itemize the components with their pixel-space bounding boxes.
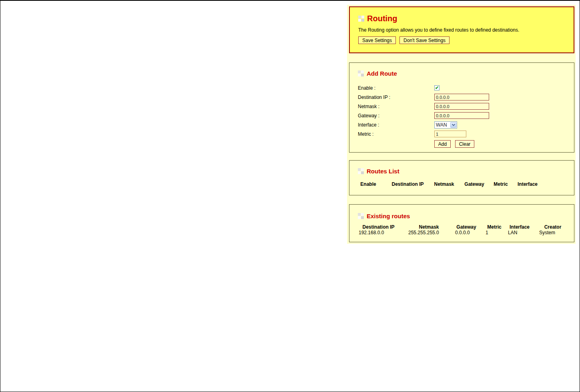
save-settings-button[interactable]: Save Settings [358,36,396,44]
routes-list-title: Routes List [367,168,399,175]
destination-ip-row: Destination IP : [349,92,574,102]
route-metric: 1 [482,230,506,235]
enable-label: Enable : [358,85,434,91]
dont-save-settings-button[interactable]: Don't Save Settings [399,36,450,44]
interface-select[interactable]: WAN [434,121,457,129]
enable-row: Enable : ✔ [349,83,574,92]
enable-checkbox[interactable]: ✔ [434,85,440,90]
destination-ip-label: Destination IP : [358,94,434,100]
section-grid-icon [358,213,364,219]
clear-button[interactable]: Clear [455,140,474,148]
column-header: Netmask [407,224,450,230]
existing-routes-panel: Existing routes Destination IP Netmask G… [349,204,574,242]
routing-description: The Routing option allows you to define … [350,27,574,33]
interface-selected-value: WAN [435,122,450,128]
section-grid-icon [358,16,364,22]
existing-routes-header-row: Destination IP Netmask Gateway Metric In… [349,224,574,230]
column-header: Destination IP [349,224,407,230]
existing-route-row: 192.168.0.0 255.255.255.0 0.0.0.0 1 LAN … [349,230,574,235]
gateway-input[interactable] [434,112,489,119]
settings-button-row: Save Settings Don't Save Settings [350,36,574,44]
add-route-title: Add Route [367,70,397,77]
section-grid-icon [358,168,364,174]
column-header: Gateway [450,224,482,230]
router-admin-page: Routing The Routing option allows you to… [0,0,580,392]
metric-row: Metric : [349,129,574,139]
route-creator: System [533,230,573,235]
routes-list-section-title: Routes List [349,161,574,175]
netmask-row: Netmask : [349,102,574,111]
column-header: Destination IP [387,181,428,187]
metric-input[interactable] [434,131,466,137]
column-header: Enable [349,181,387,187]
routing-panel: Routing The Routing option allows you to… [349,6,574,53]
routes-list-panel: Routes List Enable Destination IP Netmas… [349,160,574,195]
column-header: Netmask [428,181,460,187]
routes-list-header-row: Enable Destination IP Netmask Gateway Me… [349,181,574,187]
add-route-form: Enable : ✔ Destination IP : Netmask : Ga… [349,83,574,148]
gateway-row: Gateway : [349,111,574,120]
chevron-down-icon[interactable] [450,122,456,128]
route-interface: LAN [506,230,533,235]
interface-label: Interface : [358,122,434,128]
existing-routes-title: Existing routes [367,213,410,219]
column-header: Interface [513,181,542,187]
column-header: Gateway [460,181,489,187]
metric-label: Metric : [358,131,434,137]
existing-routes-section-title: Existing routes [349,205,574,219]
add-clear-button-row: Add Clear [434,140,574,148]
gateway-label: Gateway : [358,113,434,119]
column-header: Metric [489,181,513,187]
page-title: Routing [367,14,397,23]
route-gateway: 0.0.0.0 [450,230,482,235]
interface-row: Interface : WAN [349,120,574,129]
route-netmask: 255.255.255.0 [407,230,450,235]
section-grid-icon [358,70,364,76]
route-destination-ip: 192.168.0.0 [349,230,407,235]
destination-ip-input[interactable] [434,94,489,101]
content-column: Routing The Routing option allows you to… [347,5,576,244]
add-button[interactable]: Add [434,140,451,148]
column-header: Creator [533,224,573,230]
routing-section-title: Routing [350,7,574,23]
add-route-section-title: Add Route [349,63,574,77]
checkmark-icon: ✔ [435,86,439,90]
column-header: Interface [506,224,533,230]
netmask-label: Netmask : [358,104,434,109]
add-route-panel: Add Route Enable : ✔ Destination IP : Ne… [349,62,574,153]
netmask-input[interactable] [434,103,489,110]
column-header: Metric [482,224,506,230]
